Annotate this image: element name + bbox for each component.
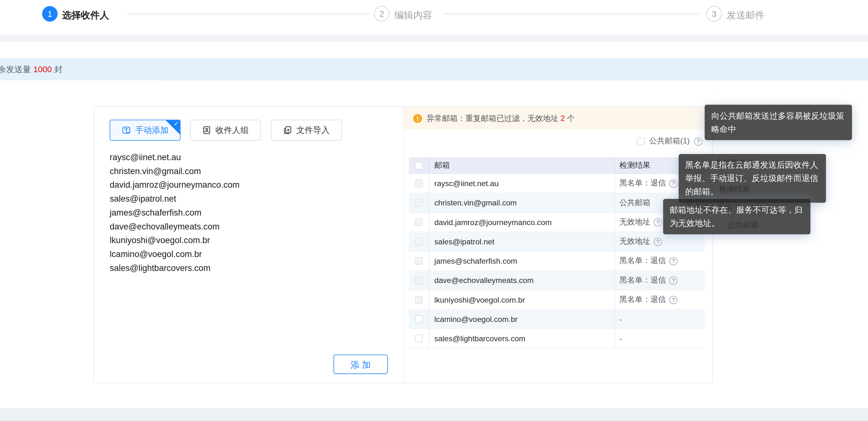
email-entry: sales@lightbarcovers.com (110, 261, 332, 275)
row-checkbox (415, 276, 423, 284)
help-icon[interactable]: ? (669, 179, 677, 187)
recipient-card: 手动添加 ✓ 收件人组 文件导入 raysc@iinet.net.auchris… (94, 107, 713, 383)
row-email: david.jamroz@journeymanco.com (429, 213, 615, 232)
email-entry: christen.vin@gmail.com (110, 164, 332, 178)
column-header-email: 邮箱 (429, 158, 615, 174)
quota-unit: 封 (54, 64, 62, 74)
step-1-circle: 1 (42, 6, 58, 22)
email-entry: james@schaferfish.com (110, 205, 332, 219)
row-checkbox (415, 257, 423, 265)
row-result: 黑名单：退信 (620, 295, 666, 305)
help-icon[interactable]: ? (669, 257, 677, 265)
email-entry: sales@ipatrol.net (110, 192, 332, 206)
email-entry: lkuniyoshi@voegol.com.br (110, 233, 332, 247)
file-import-icon (283, 126, 292, 134)
row-email: james@schaferfish.com (429, 252, 615, 271)
tooltip-blacklist: 黑名单是指在云邮通发送后因收件人 举报、手动退订、反垃圾邮件而退信 的邮箱。 (679, 154, 826, 203)
table-row: christen.vin@gmail.com公共邮箱 (409, 193, 705, 213)
abnormal-alert: ! 异常邮箱：重复邮箱已过滤，无效地址 2 个 (404, 107, 714, 130)
row-checkbox (415, 238, 423, 246)
help-icon[interactable]: ? (654, 237, 662, 246)
row-email: raysc@iinet.net.au (429, 174, 615, 193)
tab-label: 手动添加 (135, 125, 168, 136)
bottom-band (0, 408, 868, 421)
result-table-header: 邮箱 检测结果 (409, 157, 705, 174)
step-3-circle: 3 (706, 6, 722, 22)
manual-add-pane: 手动添加 ✓ 收件人组 文件导入 raysc@iinet.net.auchris… (94, 107, 404, 383)
row-checkbox (415, 179, 423, 187)
select-all-checkbox[interactable] (415, 162, 423, 170)
contacts-icon (202, 126, 211, 134)
email-entry: dave@echovalleymeats.com (110, 219, 332, 233)
quota-amount: 1000 (33, 64, 52, 74)
row-result: - (620, 314, 622, 324)
row-checkbox (415, 199, 423, 207)
tooltip-invalid-address: 邮箱地址不存在、服务不可达等，归 为无效地址。 (663, 199, 811, 234)
row-result: - (620, 334, 622, 343)
row-result: 无效地址 (620, 217, 651, 227)
table-row: sales@lightbarcovers.com- (409, 329, 705, 349)
row-result: 无效地址 (620, 237, 651, 247)
row-email: lcamino@voegol.com.br (429, 309, 615, 329)
email-input-list[interactable]: raysc@iinet.net.auchristen.vin@gmail.com… (110, 150, 332, 275)
add-button[interactable]: 添 加 (334, 355, 388, 374)
tab-label: 收件人组 (216, 125, 249, 136)
result-table: 邮箱 检测结果 raysc@iinet.net.au黑名单：退信?christe… (409, 157, 705, 349)
check-icon: ✓ (174, 120, 179, 127)
alert-suffix: 个 (567, 113, 575, 122)
row-result: 黑名单：退信 (620, 179, 666, 189)
public-mailbox-label: 公共邮箱(1) (649, 137, 690, 147)
row-checkbox (415, 296, 423, 304)
table-row: david.jamroz@journeymanco.com无效地址? (409, 213, 705, 232)
tab-recipient-group[interactable]: 收件人组 (190, 120, 261, 141)
row-email: dave@echovalleymeats.com (429, 271, 615, 290)
row-checkbox[interactable] (415, 335, 423, 342)
divider-band (0, 34, 868, 42)
table-row: lkuniyoshi@voegol.com.br黑名单：退信? (409, 290, 705, 309)
tab-file-import[interactable]: 文件导入 (271, 120, 342, 141)
row-email: christen.vin@gmail.com (429, 193, 615, 212)
row-checkbox (415, 218, 423, 226)
email-entry: lcamino@voegol.com.br (110, 247, 332, 261)
row-checkbox[interactable] (415, 315, 423, 323)
row-result: 公共邮箱 (620, 198, 651, 208)
step-1-number: 1 (48, 9, 52, 18)
tab-manual-add[interactable]: 手动添加 ✓ (110, 120, 181, 141)
step-connector (444, 13, 699, 14)
step-1-label: 选择收件人 (62, 9, 109, 22)
public-mailbox-checkbox[interactable] (637, 138, 645, 145)
row-result: 黑名单：退信 (620, 256, 666, 266)
help-icon[interactable]: ? (694, 137, 703, 145)
step-2-label: 编辑内容 (395, 9, 432, 22)
help-icon[interactable]: ? (669, 276, 677, 284)
step-2-circle: 2 (374, 6, 390, 22)
screen: 1 选择收件人 2 编辑内容 3 发送邮件 余发送量 1000 封 手动添加 ✓ (0, 0, 868, 421)
row-email: sales@lightbarcovers.com (429, 329, 615, 348)
warning-icon: ! (413, 114, 422, 123)
quota-banner: 余发送量 1000 封 (0, 58, 868, 81)
check-result-pane: ! 异常邮箱：重复邮箱已过滤，无效地址 2 个 公共邮箱(1) ? 邮箱 检测结… (403, 107, 714, 383)
table-row: sales@ipatrol.net无效地址? (409, 232, 705, 251)
step-3-label: 发送邮件 (727, 9, 765, 22)
step-connector (128, 13, 370, 14)
public-mailbox-filter: 公共邮箱(1) ? (637, 133, 703, 149)
table-row: james@schaferfish.com黑名单：退信? (409, 252, 705, 271)
help-icon[interactable]: ? (669, 296, 677, 304)
table-row: raysc@iinet.net.au黑名单：退信? (409, 174, 705, 193)
tooltip-public-mailbox: 向公共邮箱发送过多容易被反垃圾策 略命中 (705, 105, 852, 140)
tab-label: 文件导入 (296, 125, 330, 136)
step-3-number: 3 (712, 9, 716, 18)
row-result: 黑名单：退信 (620, 275, 666, 285)
alert-count: 2 (561, 113, 565, 122)
alert-text: 异常邮箱：重复邮箱已过滤，无效地址 (427, 113, 559, 122)
text-input-icon (122, 126, 131, 134)
step-2-number: 2 (379, 9, 384, 18)
email-entry: raysc@iinet.net.au (110, 150, 332, 164)
row-email: lkuniyoshi@voegol.com.br (429, 290, 615, 309)
result-table-body: raysc@iinet.net.au黑名单：退信?christen.vin@gm… (409, 174, 705, 349)
help-icon[interactable]: ? (654, 218, 662, 226)
quota-label: 余发送量 (0, 64, 31, 74)
row-email: sales@ipatrol.net (429, 232, 615, 251)
email-entry: david.jamroz@journeymanco.com (110, 178, 332, 192)
table-row: lcamino@voegol.com.br- (409, 309, 705, 329)
